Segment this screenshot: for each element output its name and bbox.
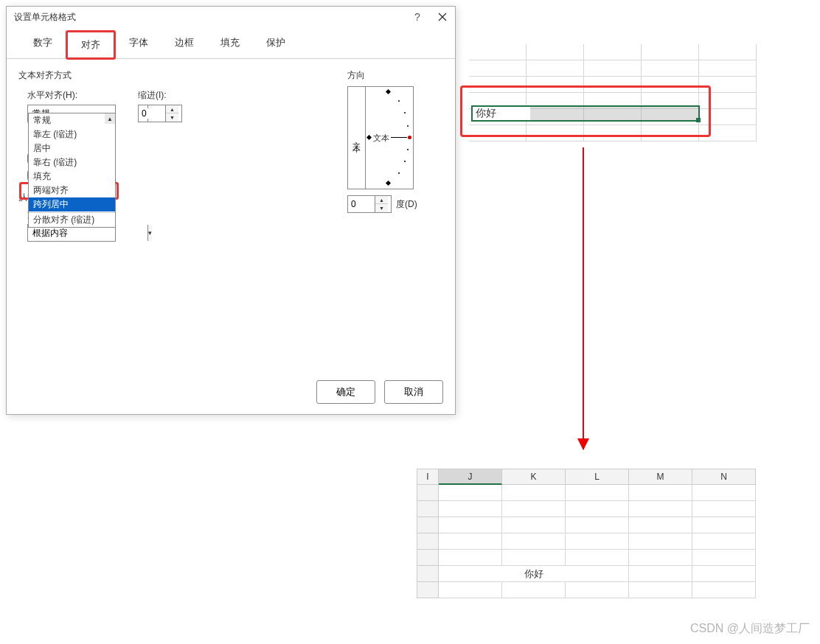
column-header[interactable]: K: [502, 469, 566, 485]
degree-spinner[interactable]: ▲ ▼: [347, 195, 392, 213]
cell[interactable]: [566, 517, 629, 533]
spinner-down-icon[interactable]: ▼: [375, 204, 388, 212]
cell[interactable]: [527, 44, 584, 60]
degree-label: 度(D): [396, 198, 417, 211]
orientation-box[interactable]: 文本 文本: [347, 86, 414, 189]
cell[interactable]: [692, 517, 756, 533]
cell[interactable]: [502, 517, 566, 533]
orientation-section: 方向: [347, 69, 443, 82]
cell[interactable]: [629, 501, 692, 517]
dot-icon: [407, 125, 409, 127]
column-header-active[interactable]: J: [439, 469, 502, 485]
column-header[interactable]: I: [417, 469, 439, 485]
tab-protection[interactable]: 保护: [253, 30, 299, 58]
dialog-title: 设置单元格格式: [14, 11, 76, 24]
tab-fill[interactable]: 填充: [207, 30, 253, 58]
cell[interactable]: [629, 566, 692, 582]
tab-font[interactable]: 字体: [116, 30, 161, 58]
centered-merged-cell[interactable]: 你好: [439, 566, 629, 582]
cell[interactable]: [629, 485, 692, 501]
row-header[interactable]: [417, 485, 439, 501]
spinner-down-icon[interactable]: ▼: [166, 113, 178, 122]
align-option[interactable]: 靠左 (缩进): [29, 127, 115, 141]
cell[interactable]: [692, 550, 756, 566]
cell[interactable]: [502, 485, 566, 501]
cell[interactable]: [439, 550, 502, 566]
spinner-up-icon[interactable]: ▲: [166, 105, 178, 113]
cell[interactable]: [566, 582, 629, 598]
align-option-selected[interactable]: 跨列居中: [29, 197, 115, 211]
cell[interactable]: [439, 517, 502, 533]
cell[interactable]: [584, 60, 642, 77]
orientation-vertical-text[interactable]: 文本: [348, 87, 366, 189]
cell[interactable]: [642, 44, 699, 60]
cell[interactable]: [502, 501, 566, 517]
cell[interactable]: [502, 582, 566, 598]
ok-button[interactable]: 确定: [316, 380, 375, 404]
cell[interactable]: [692, 582, 756, 598]
cell[interactable]: [439, 582, 502, 598]
row-header[interactable]: [417, 566, 439, 582]
row-header[interactable]: [417, 533, 439, 550]
orientation-vert-label: 文本: [351, 135, 362, 141]
cell[interactable]: [692, 485, 756, 501]
align-option[interactable]: 靠右 (缩进): [29, 155, 115, 169]
cell[interactable]: [566, 533, 629, 550]
orientation-horiz-label: 文本: [373, 133, 389, 144]
cell[interactable]: [439, 533, 502, 550]
cell[interactable]: [692, 566, 756, 582]
align-option[interactable]: 填充: [29, 169, 115, 183]
align-option[interactable]: 居中: [29, 141, 115, 155]
dot-icon: [404, 112, 406, 113]
help-button[interactable]: ?: [411, 10, 424, 24]
degree-input[interactable]: [348, 199, 375, 209]
tab-alignment[interactable]: 对齐: [66, 30, 116, 60]
dialog-titlebar: 设置单元格格式 ?: [7, 7, 455, 27]
dot-icon: [407, 149, 409, 150]
row-header[interactable]: [417, 517, 439, 533]
row-header[interactable]: [417, 501, 439, 517]
cell[interactable]: [629, 550, 692, 566]
cell[interactable]: [699, 44, 757, 60]
close-button[interactable]: [436, 10, 449, 24]
column-header[interactable]: L: [566, 469, 629, 485]
cell[interactable]: [469, 60, 527, 77]
text-direction-input[interactable]: [28, 228, 147, 238]
cell[interactable]: [584, 44, 642, 60]
cell[interactable]: [502, 550, 566, 566]
cell[interactable]: [502, 533, 566, 550]
column-header[interactable]: M: [629, 469, 692, 485]
cell[interactable]: [699, 60, 757, 77]
align-option[interactable]: 两端对齐: [29, 183, 115, 197]
spinner-up-icon[interactable]: ▲: [375, 196, 388, 204]
horizontal-align-dropdown[interactable]: ▲ 常规 靠左 (缩进) 居中 靠右 (缩进) 填充 两端对齐 跨列居中 分散对…: [28, 113, 116, 228]
cell[interactable]: [692, 533, 756, 550]
tab-border[interactable]: 边框: [161, 30, 207, 58]
row-header[interactable]: [417, 582, 439, 598]
indent-spinner[interactable]: ▲ ▼: [138, 105, 182, 122]
cell[interactable]: [629, 517, 692, 533]
tab-number[interactable]: 数字: [20, 30, 66, 58]
cancel-button[interactable]: 取消: [384, 380, 443, 404]
scroll-up-icon[interactable]: ▲: [105, 113, 115, 124]
orientation-line: [391, 137, 407, 138]
cell[interactable]: [566, 485, 629, 501]
cell[interactable]: [439, 485, 502, 501]
indent-input[interactable]: [139, 108, 165, 119]
cell[interactable]: [692, 501, 756, 517]
cell[interactable]: [439, 501, 502, 517]
align-option[interactable]: 常规: [29, 113, 115, 127]
cell[interactable]: [527, 60, 584, 77]
cell[interactable]: [566, 550, 629, 566]
chevron-down-icon[interactable]: ▾: [147, 225, 152, 241]
cell[interactable]: [629, 582, 692, 598]
cell[interactable]: [642, 60, 699, 77]
align-option[interactable]: 分散对齐 (缩进): [29, 212, 115, 227]
cell[interactable]: [566, 501, 629, 517]
cell[interactable]: [629, 533, 692, 550]
column-header[interactable]: N: [692, 469, 756, 485]
dot-icon: [398, 172, 400, 174]
cell[interactable]: [469, 44, 527, 60]
orientation-indicator-icon[interactable]: [408, 136, 411, 139]
row-header[interactable]: [417, 550, 439, 566]
